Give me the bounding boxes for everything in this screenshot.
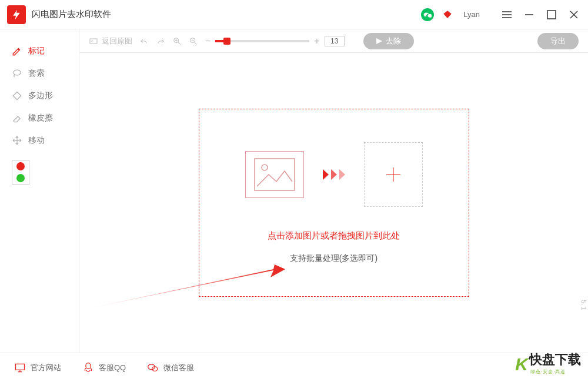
zoom-out-button[interactable] [189,36,198,46]
brush-slider[interactable] [215,40,309,42]
toolbar: 返回原图 − + 13 去除 导出 [79,29,588,53]
swatch-green[interactable] [12,172,29,184]
user-name[interactable]: Lyan [463,10,480,19]
plus-icon[interactable]: + [314,36,319,46]
dropzone-graphics [245,142,423,207]
svg-point-32 [86,363,91,368]
svg-line-18 [195,42,196,44]
svg-rect-22 [255,159,295,190]
wechat-support-link[interactable]: 微信客服 [147,362,194,374]
brush-size-value[interactable]: 13 [325,36,345,46]
tool-label: 套索 [28,68,45,79]
side-label: 5.1 [580,300,587,310]
color-swatches [12,160,29,185]
undo-button[interactable] [139,36,149,46]
qq-support-link[interactable]: 客服QQ [82,362,126,374]
tool-label: 移动 [28,135,45,146]
wechat-icon[interactable] [421,8,434,21]
minimize-button[interactable] [522,8,536,22]
minus-icon[interactable]: − [205,36,211,46]
titlebar: 闪电图片去水印软件 Lyan [0,0,588,29]
qq-icon [82,362,94,374]
heart-icon[interactable] [442,9,453,20]
svg-marker-21 [79,264,285,310]
svg-marker-9 [13,92,21,100]
arrows-icon [322,169,346,180]
dropzone-text-primary: 点击添加图片或者拖拽图片到此处 [268,230,400,242]
brush-size-control: − + 13 [205,36,345,46]
lasso-icon [12,68,22,79]
content: 返回原图 − + 13 去除 导出 [79,29,588,353]
svg-rect-4 [547,11,556,19]
move-icon [12,135,22,146]
dropzone-text-secondary: 支持批量处理(多选即可) [290,253,377,264]
maximize-button[interactable] [544,8,559,22]
export-button[interactable]: 导出 [537,33,579,49]
app-title: 闪电图片去水印软件 [32,9,111,20]
svg-line-14 [178,42,180,44]
add-target-icon [364,142,423,207]
remove-button[interactable]: 去除 [363,33,414,49]
sidebar: 标记 套索 多边形 橡皮擦 移动 [0,29,79,353]
svg-marker-25 [331,169,337,180]
swatch-red[interactable] [12,160,29,172]
tool-polygon[interactable]: 多边形 [0,85,79,107]
eraser-icon [12,113,22,123]
tool-lasso[interactable]: 套索 [0,62,79,85]
footer: 官方网站 客服QQ 微信客服 [0,353,588,382]
wechat-support-icon [147,362,159,374]
zoom-in-button[interactable] [172,36,182,46]
marker-icon [12,46,22,56]
official-website-link[interactable]: 官方网站 [14,362,61,374]
svg-point-8 [14,70,21,75]
svg-marker-24 [323,169,329,180]
polygon-icon [12,91,22,101]
svg-marker-26 [339,169,345,180]
annotation-arrow [79,264,285,311]
svg-marker-20 [376,38,382,44]
svg-rect-29 [16,364,25,370]
back-to-original-button[interactable]: 返回原图 [89,36,132,46]
close-button[interactable] [567,8,581,22]
menu-icon[interactable] [500,8,514,22]
canvas-area: 点击添加图片或者拖拽图片到此处 支持批量处理(多选即可) [79,53,588,353]
tool-mark[interactable]: 标记 [0,40,79,62]
tool-eraser[interactable]: 橡皮擦 [0,107,79,129]
app-logo [7,5,26,24]
tool-label: 标记 [28,46,45,56]
monitor-icon [14,362,26,374]
tool-label: 橡皮擦 [28,113,53,123]
tool-label: 多边形 [28,91,53,101]
svg-rect-12 [90,39,97,43]
tool-move[interactable]: 移动 [0,129,79,152]
svg-point-23 [262,165,268,170]
main: 标记 套索 多边形 橡皮擦 移动 返回原图 [0,29,588,353]
watermark: K 快盘下载 绿色·安全·高速 [515,351,581,377]
redo-button[interactable] [156,36,165,46]
image-placeholder-icon [245,151,304,198]
